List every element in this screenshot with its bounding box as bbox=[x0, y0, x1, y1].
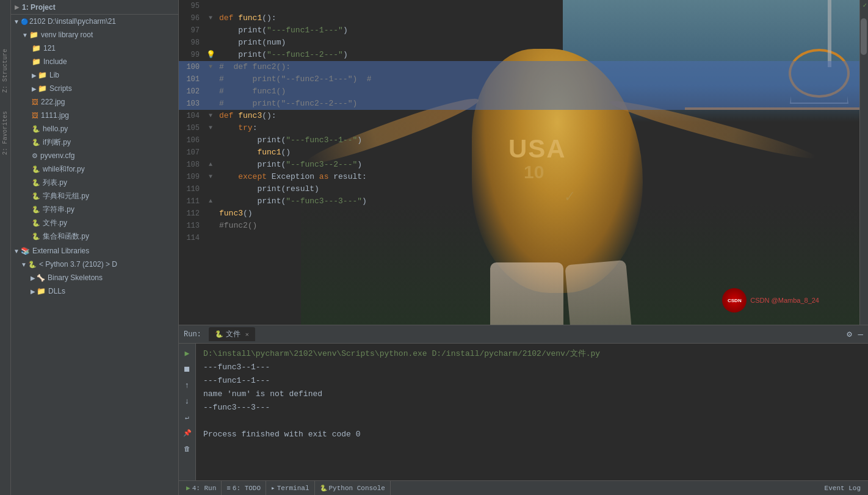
sidebar-item-zidian[interactable]: 🐍 字典和元组.py bbox=[11, 189, 178, 203]
terminal-line-exit: Process finished with exit code 0 bbox=[203, 428, 861, 441]
venv-label: venv library root bbox=[41, 31, 93, 39]
line-num-97: 97 bbox=[179, 24, 204, 37]
code-line-104: 104 ▼ def func3(): bbox=[179, 110, 868, 122]
status-tab-todo[interactable]: ≡ 6: TODO bbox=[222, 481, 266, 495]
code-line-105: 105 ▼ try: bbox=[179, 122, 868, 134]
sidebar-item-ifduan[interactable]: 🐍 if判断.py bbox=[11, 135, 178, 149]
project-sidebar: ▶ 1: Project ▼ 🔵 2102 D:\install\pycharm… bbox=[11, 0, 179, 495]
code-line-100: 100 ▼ # def func2(): bbox=[179, 61, 868, 73]
code-line-97: 97 print("---func1--1---") bbox=[179, 24, 868, 37]
terminal-line-1: ---func3--1--- bbox=[203, 361, 861, 374]
sidebar-item-liebiaospy[interactable]: 🐍 列表.py bbox=[11, 176, 178, 189]
sidebar-item-wenjian[interactable]: 🐍 文件.py bbox=[11, 216, 178, 229]
run-play-button[interactable]: ▶ bbox=[181, 347, 193, 360]
sidebar-item-venv[interactable]: ▼ 📁 venv library root bbox=[11, 28, 178, 42]
line-num-108: 108 bbox=[179, 159, 204, 171]
code-line-114: 114 bbox=[179, 232, 868, 244]
line-num-110: 110 bbox=[179, 183, 204, 195]
sidebar-item-external[interactable]: ▼ 📚 External Libraries bbox=[11, 244, 178, 258]
stop-button[interactable]: ⏹ bbox=[181, 363, 193, 375]
root-label: 2102 D:\install\pycharm\21 bbox=[29, 17, 116, 26]
pin-button[interactable]: 📌 bbox=[181, 427, 193, 439]
line-num-107: 107 bbox=[179, 146, 204, 159]
sidebar-item-121[interactable]: 📁 121 bbox=[11, 42, 178, 55]
run-toolbar: ▶ ⏹ ↑ ↓ ↵ 📌 🗑 bbox=[179, 344, 196, 480]
status-bar: ▶ 4: Run ≡ 6: TODO ▸ Terminal 🐍 Python C… bbox=[179, 480, 868, 495]
settings-icon[interactable]: ⚙ bbox=[847, 329, 852, 339]
code-line-109: 109 ▼ except Exception as result: bbox=[179, 171, 868, 183]
line-num-113: 113 bbox=[179, 220, 204, 232]
sidebar-item-pyvenv[interactable]: ⚙ pyvenv.cfg bbox=[11, 149, 178, 162]
terminal-output-area[interactable]: D:\install\pycharm\2102\venv\Scripts\pyt… bbox=[196, 344, 868, 480]
sidebar-item-while[interactable]: 🐍 while和for.py bbox=[11, 162, 178, 176]
line-num-106: 106 bbox=[179, 134, 204, 146]
sidebar-item-zifu[interactable]: 🐍 字符串.py bbox=[11, 203, 178, 216]
line-num-105: 105 bbox=[179, 122, 204, 134]
code-overlay[interactable]: 95 96 ▼ def func1(): 97 prin bbox=[179, 0, 868, 325]
terminal-line-3: name 'num' is not defined bbox=[203, 388, 861, 401]
code-line-99: 99 💡 print("---func1--2---") bbox=[179, 49, 868, 61]
sidebar-item-dlls[interactable]: ▶ 📁 DLLs bbox=[11, 284, 178, 298]
bottom-tab-bar: Run: 🐍 文件 ✕ ⚙ — bbox=[179, 325, 868, 344]
line-num-112: 112 bbox=[179, 208, 204, 220]
sidebar-item-root[interactable]: ▼ 🔵 2102 D:\install\pycharm\21 bbox=[11, 15, 178, 28]
project-label: 1: Project bbox=[22, 3, 56, 12]
line-num-96: 96 bbox=[179, 12, 204, 24]
trash-button[interactable]: 🗑 bbox=[181, 443, 193, 455]
line-num-100: 100 bbox=[179, 61, 204, 73]
code-line-108: 108 ▲ print("--func3--2---") bbox=[179, 159, 868, 171]
scroll-thumb[interactable] bbox=[861, 18, 867, 55]
minimize-icon[interactable]: — bbox=[858, 330, 863, 339]
structure-panel[interactable]: Z: Structure 2: Favorites bbox=[0, 0, 11, 495]
terminal-line-5 bbox=[203, 414, 861, 428]
line-num-103: 103 bbox=[179, 98, 204, 110]
sidebar-item-hellospy[interactable]: 🐍 hello.py bbox=[11, 122, 178, 135]
status-tab-terminal[interactable]: ▸ Terminal bbox=[266, 481, 314, 495]
right-scrollbar[interactable]: ✓ bbox=[859, 0, 868, 325]
status-event-log[interactable]: Event Log bbox=[820, 481, 866, 495]
sidebar-item-include[interactable]: 📁 Include bbox=[11, 55, 178, 68]
code-line-111: 111 ▲ print("--func3---3---") bbox=[179, 195, 868, 208]
terminal-line-path: D:\install\pycharm\2102\venv\Scripts\pyt… bbox=[203, 347, 861, 361]
line-num-111: 111 bbox=[179, 195, 204, 208]
line-num-104: 104 bbox=[179, 110, 204, 122]
code-line-102: 102 # func1() bbox=[179, 85, 868, 98]
code-line-112: 112 func3() bbox=[179, 208, 868, 220]
code-line-103: 103 # print("--func2--2---") bbox=[179, 98, 868, 110]
sidebar-header: ▶ 1: Project bbox=[11, 0, 178, 15]
sidebar-item-222jpg[interactable]: 🖼 222.jpg bbox=[11, 95, 178, 109]
code-line-98: 98 print(num) bbox=[179, 37, 868, 49]
line-num-95: 95 bbox=[179, 0, 204, 12]
status-tab-python-console[interactable]: 🐍 Python Console bbox=[315, 481, 391, 495]
code-line-110: 110 print(result) bbox=[179, 183, 868, 195]
file-tab-label: 文件 bbox=[226, 329, 241, 339]
line-num-114: 114 bbox=[179, 232, 204, 244]
tab-close-icon[interactable]: ✕ bbox=[245, 331, 249, 338]
sidebar-item-jihe[interactable]: 🐍 集合和函数.py bbox=[11, 229, 178, 243]
terminal-body: ▶ ⏹ ↑ ↓ ↵ 📌 🗑 D:\install\pycharm\2102\ve… bbox=[179, 344, 868, 480]
line-num-109: 109 bbox=[179, 171, 204, 183]
sidebar-item-lib[interactable]: ▶ 📁 Lib bbox=[11, 68, 178, 82]
code-line-96: 96 ▼ def func1(): bbox=[179, 12, 868, 24]
run-label: Run: bbox=[184, 330, 201, 339]
sidebar-item-binary[interactable]: ▶ 🦴 Binary Skeletons bbox=[11, 271, 178, 284]
line-num-99: 99 bbox=[179, 49, 204, 61]
line-num-98: 98 bbox=[179, 37, 204, 49]
code-line-101: 101 # print("--func2--1---") # bbox=[179, 73, 868, 85]
terminal-line-2: ---func1--1--- bbox=[203, 374, 861, 388]
scroll-down-button[interactable]: ↓ bbox=[181, 395, 193, 407]
wrap-button[interactable]: ↵ bbox=[181, 411, 193, 423]
sidebar-item-scripts[interactable]: ▶ 📁 Scripts bbox=[11, 82, 178, 95]
code-editor-area[interactable]: USA 10 ✓ bbox=[179, 0, 868, 325]
sidebar-item-1111jpg[interactable]: 🖼 1111.jpg bbox=[11, 109, 178, 122]
scroll-up-button[interactable]: ↑ bbox=[181, 379, 193, 391]
structure-label[interactable]: Z: Structure bbox=[2, 49, 9, 93]
sidebar-item-python37[interactable]: ▼ 🐍 < Python 3.7 (2102) > D bbox=[11, 258, 178, 271]
bottom-panel: Run: 🐍 文件 ✕ ⚙ — bbox=[179, 325, 868, 480]
line-num-102: 102 bbox=[179, 85, 204, 98]
include-label: Include bbox=[43, 57, 67, 66]
favorites-label[interactable]: 2: Favorites bbox=[2, 111, 9, 155]
terminal-tab-file[interactable]: 🐍 文件 ✕ bbox=[209, 327, 255, 341]
status-tab-run[interactable]: ▶ 4: Run bbox=[181, 481, 222, 495]
code-line-107: 107 func1() bbox=[179, 146, 868, 159]
